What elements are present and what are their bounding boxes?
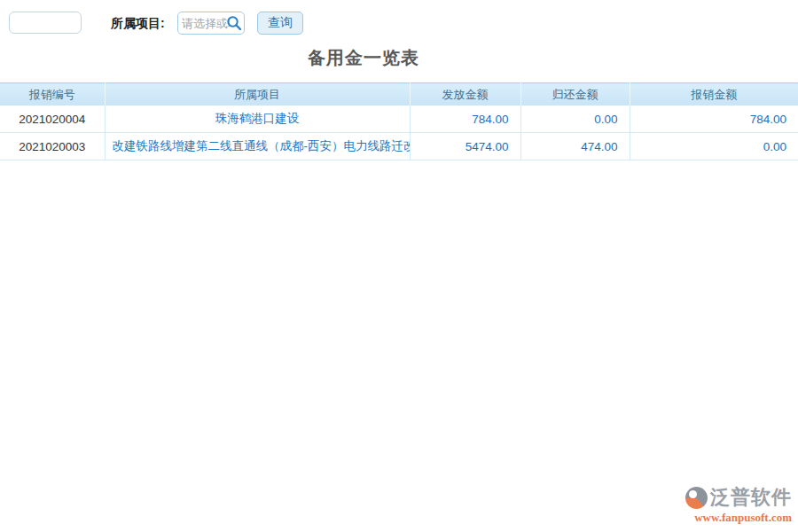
cell-project-link[interactable]: 珠海鹤港口建设 [105,106,410,133]
cell-returned-amount: 474.00 [520,133,630,160]
page-title: 备用金一览表 [308,48,419,67]
project-select[interactable] [177,12,245,35]
query-button[interactable]: 查询 [257,12,303,35]
project-label: 所属项目: [111,16,165,32]
keyword-input[interactable] [9,12,82,34]
cell-issued-amount: 784.00 [410,106,520,133]
cell-expense-id: 2021020003 [0,133,105,160]
header-project[interactable]: 所属项目 [105,83,410,106]
cell-reimbursed-amount: 0.00 [630,133,798,160]
project-select-input[interactable] [182,13,230,33]
title-wrap: 备用金一览表 [0,46,727,70]
table-row: 2021020004 珠海鹤港口建设 784.00 0.00 784.00 [0,106,798,133]
search-icon[interactable] [226,15,242,31]
table-row: 2021020003 改建铁路线增建第二线直通线（成都-西安）电力线路迁改工程 … [0,133,798,160]
cell-expense-id: 2021020004 [0,106,105,133]
brand-website-link[interactable]: www.fanpusoft.com [694,511,792,525]
fanpu-logo-icon [685,487,708,509]
header-issued-amount[interactable]: 发放金额 [410,83,520,106]
petty-cash-table: 报销编号 所属项目 发放金额 归还金额 报销金额 2021020004 珠海鹤港… [0,82,798,160]
header-expense-id[interactable]: 报销编号 [0,83,105,106]
cell-returned-amount: 0.00 [520,106,630,133]
brand-row: 泛普软件 [685,484,792,511]
header-returned-amount[interactable]: 归还金额 [520,83,630,106]
cell-project-link[interactable]: 改建铁路线增建第二线直通线（成都-西安）电力线路迁改工程 [105,133,410,160]
header-reimbursed-amount[interactable]: 报销金额 [630,83,798,106]
cell-reimbursed-amount: 784.00 [630,106,798,133]
brand-name: 泛普软件 [710,484,792,511]
footer-logo: 泛普软件 www.fanpusoft.com [685,484,792,525]
toolbar: 所属项目: 查询 [0,0,798,44]
table-header-row: 报销编号 所属项目 发放金额 归还金额 报销金额 [0,83,798,106]
cell-issued-amount: 5474.00 [410,133,520,160]
